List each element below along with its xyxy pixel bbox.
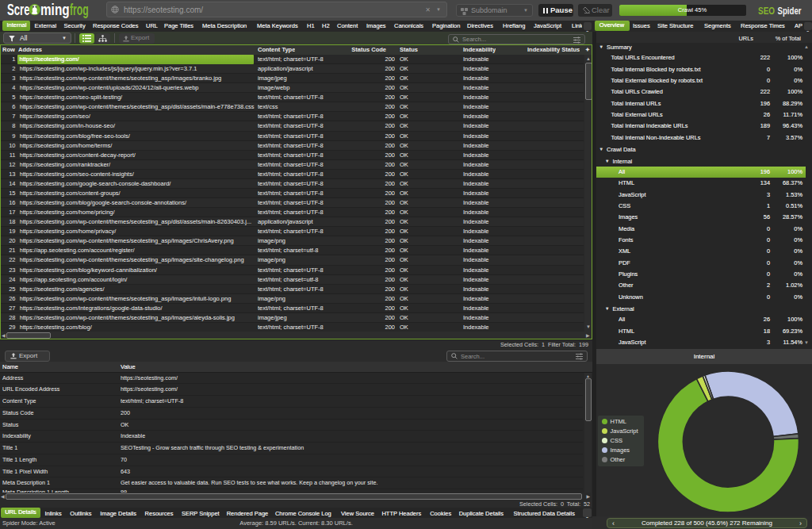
svg-text:Scre: Scre (7, 0, 30, 18)
svg-text:SEO: SEO (758, 5, 775, 17)
svg-text:ming: ming (40, 0, 70, 18)
svg-text:frog: frog (70, 0, 89, 18)
svg-text:Spider: Spider (778, 5, 802, 17)
